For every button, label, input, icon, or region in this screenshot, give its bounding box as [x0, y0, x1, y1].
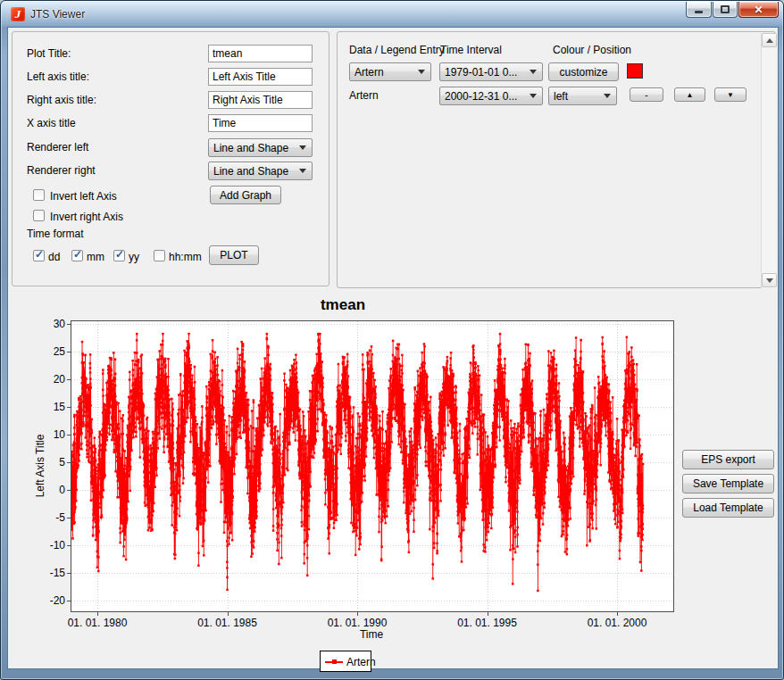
time-format-dd-checkbox[interactable]: [33, 250, 45, 261]
chevron-down-icon: [530, 94, 537, 98]
scroll-down-icon: [766, 278, 773, 283]
renderer-right-combo[interactable]: Line and Shape: [208, 162, 313, 180]
axis-position-value: left: [554, 90, 602, 103]
y-tick-label: 25: [29, 345, 65, 358]
time-format-hhmm-label: hh:mm: [169, 251, 202, 263]
y-tick-label: 20: [29, 373, 65, 386]
y-tick-label: -15: [29, 567, 65, 579]
maximize-button[interactable]: [713, 2, 738, 18]
invert-right-axis-label: Invert right Axis: [50, 211, 123, 223]
renderer-left-label: Renderer left: [27, 141, 88, 153]
minimize-button[interactable]: [686, 2, 712, 18]
interval-start-combo[interactable]: 1979-01-01 0...: [439, 62, 543, 81]
close-button[interactable]: ✕: [738, 2, 779, 18]
chevron-down-icon: [299, 145, 306, 150]
y-tick-label: -10: [29, 539, 65, 551]
data-series-combo[interactable]: Artern: [349, 62, 431, 81]
plot-title-input[interactable]: [208, 45, 313, 62]
eps-export-button[interactable]: EPS export: [682, 450, 774, 469]
x-tick-label: 01. 01. 1990: [316, 617, 398, 629]
x-tick-mark: [97, 612, 98, 616]
time-format-hhmm-checkbox[interactable]: [154, 250, 165, 261]
x-tick-label: 01. 01. 2000: [576, 617, 658, 629]
move-up-button[interactable]: ▲: [674, 87, 705, 102]
y-tick-mark: [67, 435, 71, 435]
y-tick-mark: [67, 518, 71, 518]
maximize-icon: [721, 5, 730, 13]
renderer-right-label: Renderer right: [27, 164, 96, 177]
interval-start-value: 1979-01-01 0...: [445, 66, 528, 79]
x-tick-label: 01. 01. 1995: [446, 617, 529, 629]
vertical-scrollbar[interactable]: [761, 33, 776, 288]
series-colour-swatch[interactable]: [627, 63, 643, 79]
invert-left-axis-checkbox[interactable]: [33, 189, 45, 201]
scroll-down-button[interactable]: [762, 273, 777, 287]
invert-right-axis-checkbox[interactable]: [33, 210, 45, 221]
chart-title: tmean: [8, 296, 678, 314]
move-down-button[interactable]: ▼: [714, 87, 746, 102]
time-format-yy-checkbox[interactable]: [113, 250, 125, 261]
time-format-mm-checkbox[interactable]: [71, 250, 83, 261]
remove-series-button[interactable]: -: [630, 87, 663, 102]
left-axis-title-input[interactable]: [208, 68, 313, 86]
y-tick-mark: [67, 545, 71, 546]
load-template-button[interactable]: Load Template: [682, 498, 774, 518]
plot-title-label: Plot Title:: [27, 47, 71, 60]
minimize-icon: [695, 11, 703, 13]
invert-left-axis-label: Invert left Axis: [50, 190, 117, 203]
renderer-left-combo[interactable]: Line and Shape: [208, 138, 313, 157]
chart-panel: tmean 302520151050-5-10-15-2001. 01. 198…: [8, 290, 678, 668]
y-tick-mark: [67, 379, 71, 380]
x-tick-mark: [357, 612, 358, 616]
x-axis-title: Time: [336, 628, 407, 641]
y-tick-mark: [67, 462, 71, 463]
plot-button[interactable]: PLOT: [209, 245, 259, 265]
title-bar[interactable]: J JTS Viewer ✕: [1, 1, 783, 28]
close-icon: ✕: [754, 3, 763, 17]
time-format-mm-label: mm: [87, 251, 104, 263]
x-axis-title-label: X axis title: [27, 117, 76, 129]
time-format-yy-label: yy: [129, 251, 139, 263]
y-tick-mark: [67, 601, 71, 601]
y-tick-label: 30: [29, 318, 65, 330]
time-interval-header: Time Interval: [440, 44, 502, 56]
time-format-label: Time format: [27, 228, 84, 240]
x-tick-label: 01. 01. 1985: [187, 617, 269, 629]
x-axis-title-input[interactable]: [208, 114, 313, 132]
axis-position-combo[interactable]: left: [548, 87, 617, 105]
data-series-value: Artern: [354, 66, 416, 79]
customize-button[interactable]: customize: [548, 62, 619, 81]
legend-series-label: Artern: [346, 656, 376, 668]
window-title: JTS Viewer: [30, 8, 85, 21]
colour-position-header: Colour / Position: [553, 44, 631, 56]
right-axis-title-label: Right axis title:: [27, 94, 96, 106]
series-name-label: Artern: [349, 89, 379, 102]
x-tick-mark: [228, 612, 229, 616]
renderer-right-value: Line and Shape: [213, 165, 297, 178]
chevron-down-icon: [299, 169, 306, 173]
y-axis-title: Left Axis Title: [34, 403, 46, 528]
add-graph-button[interactable]: Add Graph: [210, 186, 281, 204]
interval-end-value: 2000-12-31 0...: [445, 90, 528, 103]
x-tick-mark: [488, 612, 488, 616]
interval-end-combo[interactable]: 2000-12-31 0...: [439, 87, 543, 105]
y-tick-mark: [67, 573, 71, 574]
chevron-down-icon: [604, 94, 611, 98]
y-tick-mark: [67, 324, 71, 325]
x-tick-label: 01. 01. 1980: [56, 617, 138, 629]
scroll-up-button[interactable]: [762, 33, 777, 47]
y-tick-mark: [67, 352, 71, 352]
x-tick-mark: [617, 612, 618, 616]
time-format-dd-label: dd: [48, 251, 60, 263]
scroll-up-icon: [766, 38, 773, 43]
jts-viewer-window: J JTS Viewer ✕ Plot Title: Left axis tit…: [0, 0, 784, 680]
plot-area[interactable]: [71, 321, 672, 610]
data-legend-entry-header: Data / Legend Entry: [349, 44, 445, 56]
save-template-button[interactable]: Save Template: [682, 474, 774, 493]
app-icon: J: [11, 7, 25, 21]
y-tick-mark: [67, 490, 71, 491]
chevron-down-icon: [530, 70, 537, 74]
renderer-left-value: Line and Shape: [213, 142, 297, 154]
y-tick-mark: [67, 407, 71, 408]
right-axis-title-input[interactable]: [208, 91, 313, 109]
